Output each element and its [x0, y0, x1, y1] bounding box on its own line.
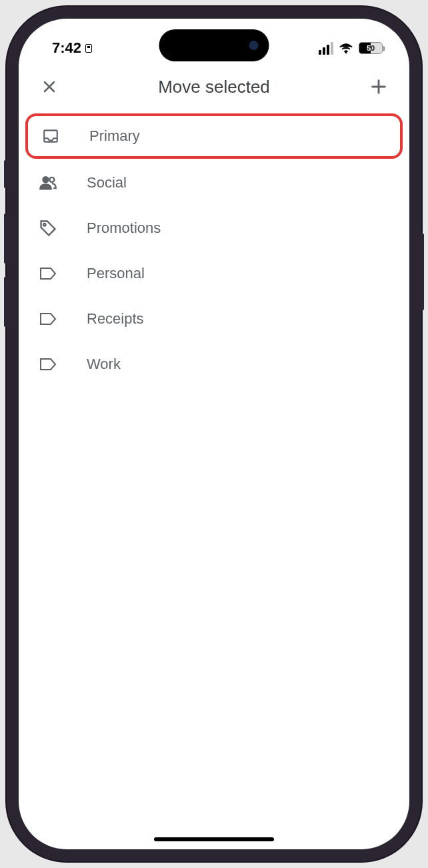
svg-point-1 — [43, 177, 48, 182]
label-icon — [39, 264, 57, 283]
list-item-receipts[interactable]: Receipts — [19, 296, 409, 342]
list-item-personal[interactable]: Personal — [19, 251, 409, 296]
home-indicator[interactable] — [154, 837, 274, 841]
label-icon — [39, 355, 57, 374]
battery-icon: 50 — [359, 42, 383, 54]
battery-percent: 50 — [367, 44, 375, 52]
dynamic-island — [159, 29, 269, 61]
volume-up-button — [4, 213, 7, 264]
screen: 7:42 50 Move selected — [19, 19, 409, 849]
volume-down-button — [4, 277, 7, 327]
wifi-icon — [339, 42, 353, 54]
label-icon — [39, 310, 57, 328]
page-title: Move selected — [60, 77, 368, 97]
list-item-work[interactable]: Work — [19, 342, 409, 387]
list-item-promotions[interactable]: Promotions — [19, 205, 409, 251]
list-item-label: Personal — [87, 265, 145, 282]
list-item-social[interactable]: Social — [19, 160, 409, 205]
close-icon — [41, 79, 57, 95]
power-button — [421, 234, 424, 310]
category-list: Primary Social Promotions Personal — [19, 113, 409, 387]
inbox-icon — [41, 127, 60, 145]
list-item-label: Work — [87, 356, 121, 373]
plus-icon — [369, 77, 388, 96]
close-button[interactable] — [39, 76, 60, 97]
list-item-label: Primary — [89, 127, 140, 145]
tag-icon — [39, 219, 57, 238]
list-item-primary[interactable]: Primary — [25, 113, 403, 159]
mute-switch — [4, 160, 7, 188]
cellular-signal-icon — [319, 42, 333, 55]
people-icon — [39, 173, 57, 192]
add-button[interactable] — [368, 76, 389, 97]
svg-point-3 — [43, 224, 46, 226]
list-item-label: Promotions — [87, 220, 161, 237]
list-item-label: Receipts — [87, 310, 144, 328]
sim-card-icon — [85, 44, 92, 53]
svg-point-2 — [49, 177, 54, 182]
status-time: 7:42 — [52, 39, 81, 57]
phone-frame: 7:42 50 Move selected — [7, 7, 421, 861]
header: Move selected — [19, 64, 409, 112]
list-item-label: Social — [87, 174, 127, 191]
